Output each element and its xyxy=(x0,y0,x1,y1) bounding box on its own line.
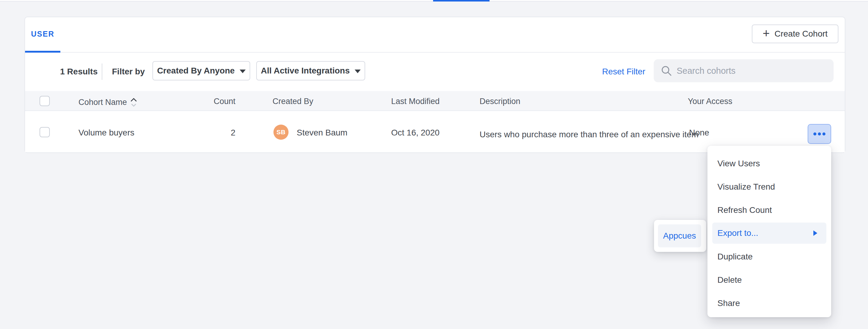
divider xyxy=(102,63,102,80)
submenu-arrow-icon xyxy=(813,230,817,236)
menu-item-delete[interactable]: Delete xyxy=(707,268,831,292)
submenu-item-appcues[interactable]: Appcues xyxy=(658,224,701,247)
integrations-dropdown[interactable]: All Active Integrations xyxy=(256,61,365,80)
cohort-name-header-label: Cohort Name xyxy=(79,98,127,107)
create-cohort-label: Create Cohort xyxy=(774,29,828,39)
dot-icon xyxy=(818,133,821,135)
tab-user[interactable]: USER xyxy=(25,17,60,53)
created-by-dropdown-label: Created By Anyone xyxy=(157,66,235,76)
search-icon xyxy=(660,65,673,77)
row-actions-button[interactable] xyxy=(808,124,831,144)
menu-item-visualize-trend[interactable]: Visualize Trend xyxy=(707,175,831,198)
created-by-name: Steven Baum xyxy=(297,128,347,138)
avatar: SB xyxy=(273,125,288,140)
export-to-label: Export to... xyxy=(717,228,758,238)
dot-icon xyxy=(813,133,816,135)
column-header-last-modified: Last Modified xyxy=(391,97,440,106)
cohorts-card: USER + Create Cohort 1 Results Filter by… xyxy=(25,17,845,153)
row-actions-menu: View Users Visualize Trend Refresh Count… xyxy=(707,146,831,317)
column-header-description: Description xyxy=(479,97,520,106)
column-header-your-access: Your Access xyxy=(688,97,733,106)
reset-filter-link[interactable]: Reset Filter xyxy=(602,67,645,77)
integrations-dropdown-label: All Active Integrations xyxy=(261,66,350,76)
chevron-down-icon xyxy=(240,70,246,73)
cohorts-page: USER + Create Cohort 1 Results Filter by… xyxy=(0,0,868,329)
column-header-cohort-name[interactable]: Cohort Name xyxy=(79,97,137,108)
tab-bar: USER + Create Cohort xyxy=(25,17,845,53)
cohort-count: 2 xyxy=(190,128,236,138)
menu-item-export-to[interactable]: Export to... xyxy=(712,223,826,244)
search-box xyxy=(654,59,834,82)
menu-item-view-users[interactable]: View Users xyxy=(707,152,831,175)
cohort-name-link[interactable]: Volume buyers xyxy=(79,128,134,138)
column-header-count: Count xyxy=(190,97,236,106)
export-submenu: Appcues xyxy=(654,220,706,252)
cohort-description: Users who purchase more than three of an… xyxy=(479,128,664,141)
sort-icon xyxy=(130,98,137,108)
row-checkbox[interactable] xyxy=(39,127,50,137)
filter-by-label: Filter by xyxy=(112,67,145,77)
chevron-down-icon xyxy=(354,70,361,73)
table-header: Cohort Name Count Created By Last Modifi… xyxy=(25,91,845,111)
dot-icon xyxy=(823,133,826,135)
menu-item-duplicate[interactable]: Duplicate xyxy=(707,245,831,268)
select-all-checkbox[interactable] xyxy=(39,96,50,106)
top-nav-strip xyxy=(0,0,868,1)
active-top-tab-indicator xyxy=(433,0,490,1)
last-modified-date: Oct 16, 2020 xyxy=(391,128,439,138)
search-input[interactable] xyxy=(677,59,828,82)
created-by-dropdown[interactable]: Created By Anyone xyxy=(152,61,250,80)
filter-bar: 1 Results Filter by Created By Anyone Al… xyxy=(25,53,845,91)
menu-item-refresh-count[interactable]: Refresh Count xyxy=(707,198,831,222)
results-count: 1 Results xyxy=(60,67,98,77)
column-header-created-by: Created By xyxy=(273,97,313,106)
your-access-value: None xyxy=(689,128,709,138)
menu-item-share[interactable]: Share xyxy=(707,292,831,315)
plus-icon: + xyxy=(763,27,770,39)
create-cohort-button[interactable]: + Create Cohort xyxy=(752,25,838,43)
